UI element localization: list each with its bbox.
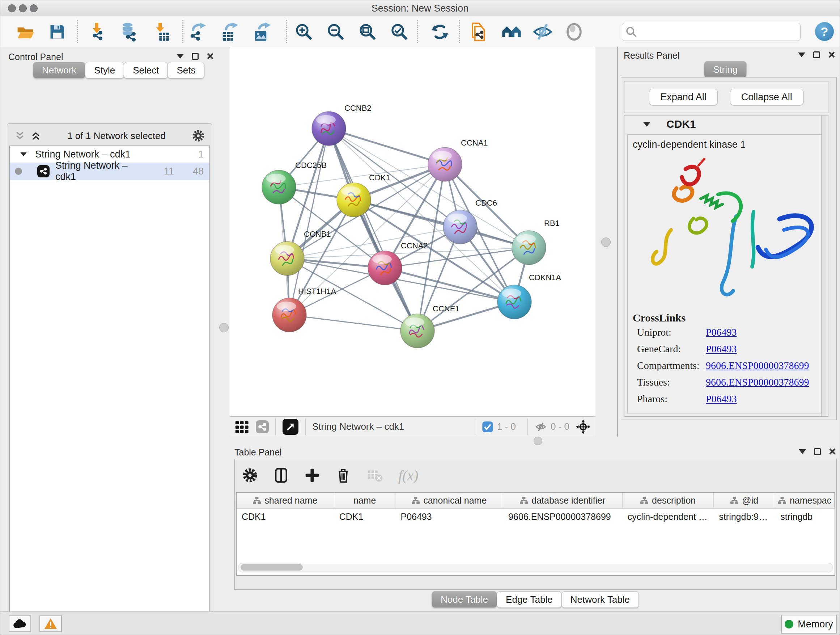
table-splitter-handle[interactable] <box>534 437 542 445</box>
network-graph[interactable]: CCNB2CCNA1CDC25BCDK1CDC6RB1CCNB1CCNA2CDK… <box>230 47 596 416</box>
results-scrollbar[interactable] <box>821 116 826 416</box>
float-panel-icon[interactable] <box>799 449 806 454</box>
column-header-database-identifier[interactable]: database identifier <box>503 493 622 508</box>
column-header-description[interactable]: description <box>622 493 714 508</box>
save-session-button[interactable] <box>47 21 68 42</box>
maximize-panel-icon[interactable] <box>814 448 821 455</box>
cloud-status-button[interactable] <box>9 616 31 632</box>
selected-checkbox-icon[interactable] <box>482 421 493 432</box>
right-splitter[interactable] <box>595 47 617 437</box>
node-CDK1[interactable] <box>337 183 371 217</box>
import-table-from-file-button[interactable] <box>151 21 172 42</box>
section-collapse-icon[interactable] <box>643 122 651 127</box>
zoom-in-button[interactable] <box>294 21 314 42</box>
left-splitter[interactable] <box>218 47 230 611</box>
zoom-out-button[interactable] <box>325 21 346 42</box>
float-panel-icon[interactable] <box>177 54 184 59</box>
tab-network-table[interactable]: Network Table <box>561 591 639 608</box>
table-row[interactable]: CDK1CDK1P064939606.ENSP00000378699cyclin… <box>237 509 835 524</box>
gear-icon[interactable] <box>192 129 205 142</box>
cell-namespac[interactable]: stringdb <box>775 511 835 522</box>
cell-description[interactable]: cyclin-dependent … <box>622 511 714 522</box>
crosslink-link[interactable]: 9606.ENSP00000378699 <box>706 377 809 388</box>
scrollbar-thumb[interactable] <box>240 564 303 570</box>
zoom-fit-button[interactable] <box>357 21 378 42</box>
crosslink-link[interactable]: P06493 <box>706 326 737 338</box>
node-CCNA1[interactable] <box>428 147 462 181</box>
add-column-icon[interactable] <box>304 467 320 483</box>
zoom-selected-button[interactable] <box>389 21 410 42</box>
show-graphics-details-button[interactable] <box>564 21 584 42</box>
edge-HIST1H1A-CCNE1[interactable] <box>289 315 417 331</box>
edge-CCNB2-CCNE1[interactable] <box>329 128 417 331</box>
left-splitter-handle[interactable] <box>219 323 229 333</box>
edge-CDK1-RB1[interactable] <box>354 200 529 248</box>
cell-database-identifier[interactable]: 9606.ENSP00000378699 <box>503 511 622 522</box>
network-badge-icon[interactable] <box>256 420 269 433</box>
edge-CCNB2-CCNA1[interactable] <box>329 128 445 165</box>
node-CCNA2[interactable] <box>368 251 402 285</box>
grid-view-icon[interactable] <box>235 419 250 434</box>
tab-select[interactable]: Select <box>124 62 168 79</box>
delete-column-icon[interactable] <box>335 467 351 483</box>
table-splitter[interactable] <box>230 437 840 445</box>
import-network-from-file-button[interactable] <box>88 21 109 42</box>
network-tree-row[interactable]: String Network – cdk11148 <box>10 163 210 180</box>
import-network-from-public-databases-button[interactable] <box>469 21 489 42</box>
memory-button[interactable]: Memory <box>781 615 837 633</box>
cell-shared-name[interactable]: CDK1 <box>237 511 334 522</box>
node-CCNB2[interactable] <box>312 111 346 146</box>
import-network-from-database-button[interactable] <box>118 21 139 42</box>
tree-expander-icon[interactable] <box>21 152 27 156</box>
crosslink-link[interactable]: 9606.ENSP00000378699 <box>706 360 809 371</box>
node-CCNE1[interactable] <box>401 314 434 348</box>
collapse-all-chevron-icon[interactable] <box>14 130 25 141</box>
hide-unhide-button[interactable] <box>532 21 553 42</box>
global-search-input[interactable] <box>640 24 800 40</box>
cell-name[interactable]: CDK1 <box>334 511 396 522</box>
column-header--id[interactable]: @id <box>714 493 775 508</box>
node-CDC25B[interactable] <box>262 170 296 204</box>
close-panel-icon[interactable] <box>828 51 835 58</box>
column-header-name[interactable]: name <box>334 493 396 508</box>
open-session-button[interactable] <box>15 21 36 42</box>
refresh-view-button[interactable] <box>429 21 450 42</box>
node-CDC6[interactable] <box>443 210 477 244</box>
tab-edge-table[interactable]: Edge Table <box>497 591 562 608</box>
tab-network[interactable]: Network <box>33 62 85 79</box>
cdk1-section-header[interactable]: CDK1 <box>624 116 828 133</box>
node-CDKN1A[interactable] <box>497 285 531 319</box>
table-horizontal-scrollbar[interactable] <box>238 563 833 572</box>
crosslink-link[interactable]: P06493 <box>706 343 737 355</box>
crosslink-link[interactable]: P06493 <box>706 393 737 405</box>
column-header-namespac[interactable]: namespac <box>775 493 835 508</box>
expand-all-chevron-icon[interactable] <box>30 130 41 141</box>
cell-canonical-name[interactable]: P06493 <box>395 511 503 522</box>
gear-icon[interactable] <box>242 467 258 483</box>
node-HIST1H1A[interactable] <box>272 298 306 332</box>
close-panel-icon[interactable] <box>829 448 836 455</box>
collapse-all-button[interactable]: Collapse All <box>730 89 804 105</box>
export-network-button[interactable] <box>188 21 209 42</box>
network-view-canvas[interactable]: CCNB2CCNA1CDC25BCDK1CDC6RB1CCNB1CCNA2CDK… <box>230 47 596 417</box>
node-CCNB1[interactable] <box>270 241 304 276</box>
node-RB1[interactable] <box>512 231 546 264</box>
float-panel-icon[interactable] <box>798 52 805 57</box>
warning-status-button[interactable] <box>39 616 62 632</box>
birdseye-crosshair-icon[interactable] <box>575 419 591 435</box>
maximize-panel-icon[interactable] <box>813 51 820 58</box>
home-networks-button[interactable] <box>501 21 522 42</box>
column-header-canonical-name[interactable]: canonical name <box>395 493 503 508</box>
tab-sets[interactable]: Sets <box>167 62 204 79</box>
maximize-panel-icon[interactable] <box>192 53 199 60</box>
expand-all-button[interactable]: Expand All <box>649 89 718 105</box>
export-table-button[interactable] <box>219 21 240 42</box>
show-columns-icon[interactable] <box>273 467 289 483</box>
export-image-button[interactable] <box>252 21 273 42</box>
close-panel-icon[interactable] <box>207 52 214 60</box>
tab-node-table[interactable]: Node Table <box>431 591 497 608</box>
tab-style[interactable]: Style <box>85 62 124 79</box>
column-header-shared-name[interactable]: shared name <box>237 493 334 508</box>
detach-view-icon[interactable] <box>283 419 298 435</box>
tab-string[interactable]: String <box>704 61 747 78</box>
